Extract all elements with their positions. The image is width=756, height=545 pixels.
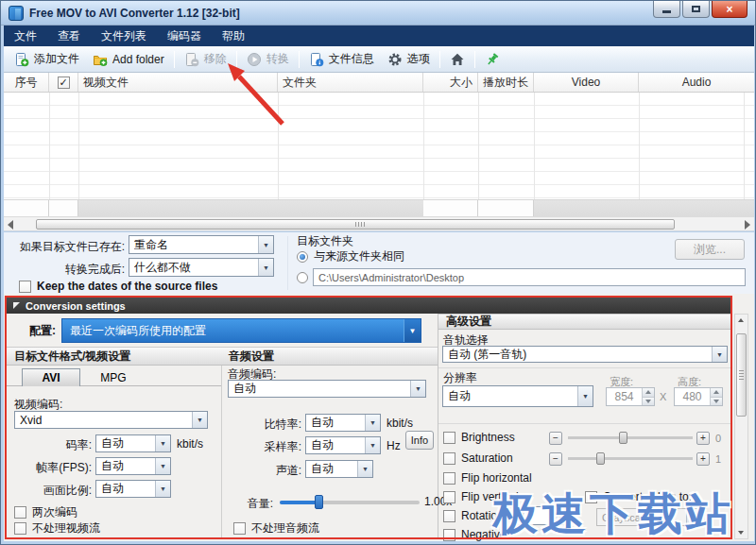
channels-label: 声道: [237, 463, 301, 479]
spin-up-icon[interactable] [711, 388, 722, 397]
saturation-slider[interactable] [568, 457, 693, 460]
if-exists-select[interactable]: 重命名▼ [129, 235, 274, 254]
file-list-body[interactable] [4, 93, 754, 199]
menu-file-list[interactable]: 文件列表 [91, 26, 157, 47]
scrollbar-thumb[interactable] [736, 333, 747, 417]
horizontal-scrollbar[interactable] [4, 216, 754, 231]
sample-rate-value: 自动 [311, 437, 365, 453]
channels-select[interactable]: 自动▼ [305, 460, 373, 478]
width-spinner[interactable]: 854 [606, 387, 655, 406]
brightness-checkbox[interactable] [443, 432, 455, 444]
rotation-checkbox[interactable] [443, 510, 455, 522]
browse-button[interactable]: 浏览... [675, 239, 745, 260]
sample-rate-select[interactable]: 自动▼ [305, 436, 381, 454]
pin-button[interactable] [478, 48, 507, 71]
menu-file[interactable]: 文件 [4, 26, 47, 47]
audio-bitrate-select[interactable]: 自动▼ [305, 414, 381, 432]
pin-icon [485, 52, 500, 67]
saturation-plus-button[interactable]: + [696, 452, 710, 466]
negative-checkbox[interactable] [443, 529, 455, 541]
no-audio-row: 不处理音频流 [233, 520, 319, 536]
brightness-minus-button[interactable]: − [549, 432, 562, 445]
column-duration[interactable]: 播放时长 [478, 73, 534, 92]
remove-button[interactable]: 移除 [178, 48, 233, 71]
aspect-select[interactable]: 自动▼ [95, 480, 171, 498]
flip-vertical-checkbox[interactable] [443, 491, 455, 503]
after-convert-select[interactable]: 什么都不做▼ [129, 258, 274, 277]
vertical-scrollbar[interactable] [734, 314, 748, 539]
same-as-source-radio[interactable] [297, 251, 308, 263]
options-button[interactable]: 选项 [381, 48, 437, 71]
scroll-up-arrow[interactable] [738, 318, 744, 322]
convert-button[interactable]: 转换 [240, 48, 296, 71]
scrollbar-thumb[interactable] [36, 219, 675, 230]
brightness-slider-thumb[interactable] [619, 432, 627, 444]
resolution-select[interactable]: 自动▼ [442, 385, 593, 407]
flip-horizontal-checkbox[interactable] [443, 472, 455, 485]
column-video-file[interactable]: 视频文件 [78, 73, 278, 92]
spin-down-icon[interactable] [711, 397, 722, 406]
column-folder[interactable]: 文件夹 [278, 73, 423, 92]
profile-select[interactable]: 最近一次编码所使用的配置 ▼ [61, 318, 421, 343]
column-size[interactable]: 大小 [423, 73, 478, 92]
scroll-left-arrow[interactable] [8, 220, 13, 230]
close-icon: × [726, 3, 732, 16]
no-audio-checkbox[interactable] [233, 522, 246, 535]
column-video[interactable]: Video [534, 73, 639, 92]
height-spinner[interactable]: 480 [674, 387, 723, 406]
saturation-checkbox[interactable] [443, 452, 455, 465]
audio-track-select[interactable]: 自动 (第一音轨)▼ [442, 346, 728, 363]
spin-up-icon[interactable] [643, 388, 654, 397]
resolution-value: 自动 [448, 388, 577, 404]
fps-select[interactable]: 自动▼ [95, 457, 171, 475]
no-video-checkbox[interactable] [14, 522, 26, 535]
close-button[interactable]: × [712, 1, 747, 18]
volume-slider-thumb[interactable] [315, 495, 323, 509]
add-file-button[interactable]: 添加文件 [8, 48, 86, 71]
menu-view[interactable]: 查看 [47, 26, 91, 47]
tab-mpg[interactable]: MPG [84, 368, 143, 386]
keep-dates-checkbox[interactable] [19, 281, 31, 293]
home-icon [450, 52, 465, 67]
column-audio[interactable]: Audio [639, 73, 754, 92]
dest-path-input[interactable]: C:\Users\Administrator\Desktop [313, 268, 746, 286]
scroll-down-arrow[interactable] [738, 531, 744, 535]
menu-help[interactable]: 帮助 [212, 26, 255, 47]
app-window: Free MOV to AVI Converter 1.12 [32-bit] … [0, 0, 756, 545]
audio-codec-value: 自动 [233, 381, 410, 397]
column-select[interactable]: ✓ [49, 73, 78, 92]
custom-folder-radio[interactable] [297, 272, 308, 283]
video-bitrate-unit: kbit/s [177, 437, 203, 451]
brightness-slider[interactable] [568, 436, 693, 439]
saturation-label: Saturation [461, 451, 513, 465]
brightness-plus-button[interactable]: + [696, 432, 710, 445]
audio-codec-select[interactable]: 自动▼ [228, 380, 426, 398]
after-convert-value: 什么都不做 [134, 260, 258, 276]
video-codec-select[interactable]: Xvid▼ [14, 411, 208, 429]
menu-encoder[interactable]: 编码器 [157, 26, 212, 47]
spin-down-icon[interactable] [643, 397, 654, 406]
two-pass-checkbox[interactable] [14, 506, 26, 519]
chevron-down-icon: ▼ [155, 435, 170, 451]
column-index[interactable]: 序号 [4, 73, 49, 92]
file-info-button[interactable]: 文件信息 [302, 48, 381, 71]
select-all-checkbox[interactable]: ✓ [58, 77, 70, 89]
conversion-settings-title: Conversion settings [26, 300, 126, 312]
after-convert-label: 转换完成后: [11, 262, 125, 278]
two-pass-row: 两次编码 [14, 504, 77, 520]
saturation-row: Saturation [443, 451, 513, 465]
aspect-value: 自动 [101, 481, 155, 497]
video-bitrate-select[interactable]: 自动▼ [95, 434, 171, 452]
tab-avi[interactable]: AVI [22, 368, 80, 386]
saturation-slider-thumb[interactable] [596, 452, 605, 465]
conversion-settings-header[interactable]: Conversion settings [7, 298, 730, 314]
home-button[interactable] [443, 48, 472, 71]
maximize-button[interactable] [682, 1, 710, 18]
volume-label: 音量: [239, 496, 273, 512]
saturation-minus-button[interactable]: − [549, 452, 562, 466]
add-folder-button[interactable]: Add folder [86, 48, 171, 71]
scroll-right-arrow[interactable] [745, 220, 750, 230]
toolbar-separator [474, 51, 475, 68]
minimize-button[interactable] [653, 1, 680, 18]
info-button[interactable]: Info [405, 431, 434, 450]
